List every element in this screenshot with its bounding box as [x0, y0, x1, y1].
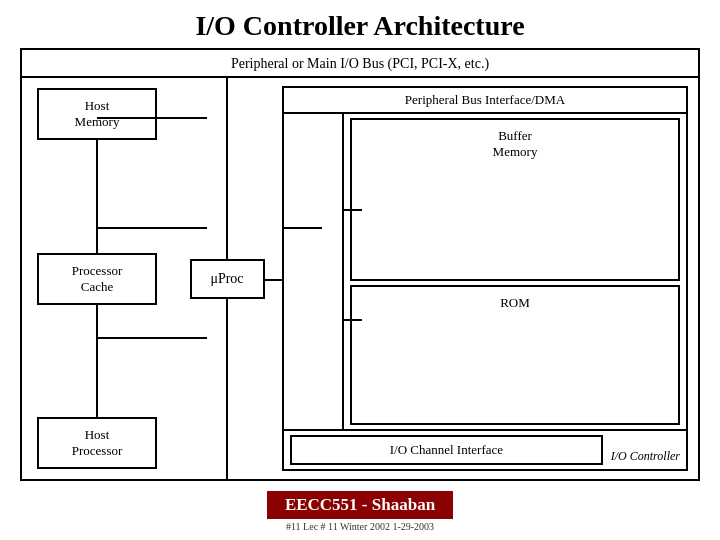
h-line-rom: [342, 319, 362, 321]
connector-1: [96, 140, 98, 253]
main-title: I/O Controller Architecture: [195, 10, 524, 42]
mu-proc-box: μProc: [190, 259, 265, 299]
pbi-bottom-section: I/O Channel Interface I/O Controller: [284, 429, 686, 469]
horiz-line-mu-proc: [264, 279, 282, 281]
h-line-buffer: [342, 209, 362, 211]
outer-box: Peripheral or Main I/O Bus (PCI, PCI-X, …: [20, 48, 700, 481]
middle-column: μProc: [172, 78, 282, 479]
io-controller-label: I/O Controller: [611, 449, 680, 465]
host-processor-box: HostProcessor: [37, 417, 157, 469]
connector-2: [96, 305, 98, 418]
content-area: HostMemory ProcessorCache HostProcessor …: [22, 78, 698, 479]
buffer-memory-box: BufferMemory: [350, 118, 680, 281]
left-column: HostMemory ProcessorCache HostProcessor: [22, 78, 172, 479]
page: I/O Controller Architecture Peripheral o…: [0, 0, 720, 540]
io-channel-label: I/O Channel Interface: [390, 442, 503, 457]
pbi-left-section: [284, 114, 344, 429]
footer: EECC551 - Shaaban #11 Lec # 11 Winter 20…: [20, 487, 700, 532]
io-channel-box: I/O Channel Interface: [290, 435, 603, 465]
eecc-badge: EECC551 - Shaaban: [267, 491, 453, 519]
pbi-dma-label: Peripheral Bus Interface/DMA: [284, 88, 686, 114]
processor-cache-box: ProcessorCache: [37, 253, 157, 305]
right-column: Peripheral Bus Interface/DMA BufferMemor…: [282, 78, 698, 479]
host-memory-box: HostMemory: [37, 88, 157, 140]
badge-text: EECC551 - Shaaban: [285, 495, 435, 514]
rom-box: ROM: [350, 285, 680, 425]
footer-sub: #11 Lec # 11 Winter 2002 1-29-2003: [286, 521, 434, 532]
mu-proc-label: μProc: [210, 271, 243, 286]
rom-label: ROM: [500, 295, 530, 310]
pbi-right-section: BufferMemory ROM: [344, 114, 686, 429]
pbi-inner: BufferMemory ROM: [284, 114, 686, 429]
pbi-dma-box: Peripheral Bus Interface/DMA BufferMemor…: [282, 86, 688, 471]
bus-label: Peripheral or Main I/O Bus (PCI, PCI-X, …: [22, 50, 698, 78]
